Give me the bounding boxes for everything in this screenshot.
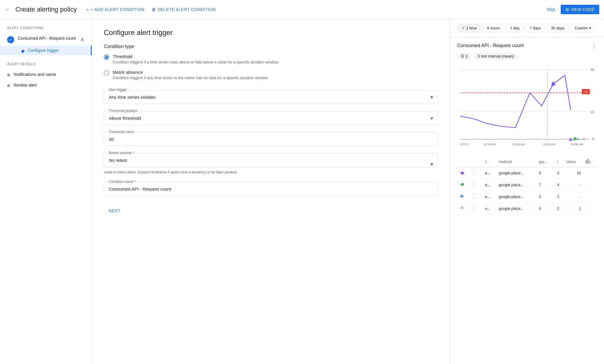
main-content: Configure alert trigger Condition type T… — [92, 19, 450, 364]
metric-absence-radio-desc: Condition triggers if any time series in… — [113, 75, 268, 81]
code-icon: ⊞ — [565, 7, 569, 12]
svg-text:UTC-5: UTC-5 — [460, 143, 469, 146]
dot-icon-notifications — [7, 74, 10, 76]
more-options-icon[interactable]: ⋮ — [591, 42, 597, 49]
threshold-value-input[interactable]: 20 — [104, 132, 438, 146]
delete-alert-condition-button[interactable]: 🗑 DELETE ALERT CONDITION — [152, 7, 216, 12]
check-mark-icon: ✓ — [462, 26, 465, 30]
retest-window-select[interactable]: No retest — [104, 153, 438, 167]
filter-icon: ☰ — [461, 54, 464, 58]
plus-icon: + — [86, 7, 89, 12]
retest-window-field: Retest window * No retest ▾ Used to rete… — [104, 153, 438, 175]
next-button[interactable]: NEXT — [104, 205, 125, 216]
time-button-7days[interactable]: 7 days — [525, 24, 545, 32]
row-col2: google.place... — [496, 191, 536, 203]
row-check-cell[interactable] — [470, 179, 483, 191]
alert-trigger-field: Alert trigger Any time series violates ▾ — [104, 90, 438, 104]
threshold-radio-option[interactable]: Threshold Condition triggers if a time s… — [104, 54, 438, 65]
metric-absence-radio-option[interactable]: Metric absence Condition triggers if any… — [104, 70, 438, 81]
row-symbol — [457, 191, 470, 203]
sidebar-item-notifications[interactable]: Notifications and name — [0, 69, 92, 80]
expand-icon[interactable]: ∧ — [80, 36, 85, 43]
col-method: method — [496, 157, 536, 167]
threshold-radio-label: Threshold — [113, 54, 279, 59]
row-col3: 0 — [536, 167, 554, 179]
interval-label: 5 min interval (mean) — [478, 54, 514, 58]
mql-button[interactable]: MQL — [547, 7, 556, 12]
svg-text:+: + — [577, 136, 579, 141]
threshold-value-label: Threshold value — [107, 130, 135, 134]
alert-trigger-label: Alert trigger — [107, 88, 128, 92]
table-row: e... google.place... 0 2 - — [457, 191, 597, 203]
time-button-1day[interactable]: 1 day — [506, 24, 524, 32]
condition-name-field: Condition name * — [104, 182, 438, 196]
col-value: Value — [564, 157, 583, 167]
row-symbol — [457, 203, 470, 215]
row-col4: 4 — [555, 179, 564, 191]
row-col1: e... — [483, 179, 496, 191]
row-value: - — [564, 179, 583, 191]
row-check-cell[interactable] — [470, 203, 483, 215]
time-button-30days[interactable]: 30 days — [546, 24, 569, 32]
row-col3: 0 — [536, 203, 554, 215]
row-col2: google.place... — [496, 203, 536, 215]
table-row: e... google.place... 0 2 10 — [457, 167, 597, 179]
topbar: ← Create alerting policy + + ADD ALERT C… — [0, 0, 604, 19]
time-button-6hours[interactable]: 6 hours — [483, 24, 504, 32]
layout: ALERT CONDITIONS ✓ Consumed API - Reques… — [0, 19, 604, 364]
chart-svg: 30 10 0 20 — [457, 64, 597, 153]
row-check-cell[interactable] — [470, 191, 483, 203]
time-button-1hour[interactable]: ✓ 1 hour — [457, 24, 481, 32]
row-col4: 2 — [555, 167, 564, 179]
alert-conditions-label: ALERT CONDITIONS — [0, 26, 92, 33]
row-col2: google.place... — [496, 167, 536, 179]
col-grp: grp... — [536, 157, 554, 167]
col-l: l... — [483, 157, 496, 167]
svg-text:20: 20 — [584, 90, 587, 93]
sidebar-item-consumed-api[interactable]: ✓ Consumed API - Request count ∧ — [0, 33, 92, 46]
row-col4: 2 — [555, 191, 564, 203]
col-symbol — [457, 157, 470, 167]
condition-name-input[interactable] — [104, 182, 438, 196]
threshold-radio-button[interactable] — [104, 55, 109, 60]
svg-text:10:15 AM: 10:15 AM — [483, 143, 495, 146]
svg-text:30: 30 — [590, 68, 594, 71]
active-dot-icon — [21, 50, 24, 53]
row-col4: 2 — [555, 203, 564, 215]
condition-type-radio-group: Threshold Condition triggers if a time s… — [104, 54, 438, 81]
sidebar-item-consumed-api-text: Consumed API - Request count — [18, 36, 77, 41]
sidebar-item-configure-trigger[interactable]: Configure trigger — [0, 46, 92, 55]
row-col1: e... — [483, 191, 496, 203]
add-alert-condition-button[interactable]: + + ADD ALERT CONDITION — [86, 7, 144, 12]
metric-absence-radio-button[interactable] — [104, 70, 109, 76]
alert-trigger-select[interactable]: Any time series violates — [104, 90, 438, 104]
threshold-radio-desc: Condition triggers if a time series rise… — [113, 60, 279, 65]
row-symbol — [457, 179, 470, 191]
svg-text:10: 10 — [590, 110, 594, 114]
sidebar-item-review[interactable]: Review alert — [0, 80, 92, 91]
col-r: r — [555, 157, 564, 167]
interval-button[interactable]: 5 min interval (mean) — [473, 53, 518, 60]
custom-time-button[interactable]: Custom ▾ — [570, 24, 596, 32]
data-table: l... method grp... r Value — [457, 157, 597, 215]
filter-count: 3 — [465, 54, 468, 58]
svg-text:10:25 AM: 10:25 AM — [543, 143, 555, 146]
row-check-cell[interactable] — [470, 167, 483, 179]
configure-trigger-label: Configure trigger — [28, 48, 59, 53]
back-button[interactable]: ← — [5, 6, 11, 13]
chart-title: Consumed API - Request count — [457, 43, 524, 48]
metric-absence-radio-label: Metric absence — [113, 70, 268, 75]
filter-button[interactable]: ☰ 3 — [457, 53, 471, 60]
view-code-button[interactable]: ⊞ VIEW CODE — [561, 5, 599, 14]
svg-rect-23 — [589, 161, 590, 164]
sidebar: ALERT CONDITIONS ✓ Consumed API - Reques… — [0, 19, 92, 364]
notifications-label: Notifications and name — [14, 72, 56, 78]
row-col2: google.place... — [496, 179, 536, 191]
alert-details-label: ALERT DETAILS — [0, 62, 92, 69]
chart-title-row: Consumed API - Request count ⋮ — [457, 42, 597, 49]
row-value: - — [564, 191, 583, 203]
threshold-position-select[interactable]: Above threshold — [104, 111, 438, 125]
svg-rect-27 — [461, 183, 464, 186]
col-check — [470, 157, 483, 167]
page-title: Create alerting policy — [15, 6, 77, 13]
